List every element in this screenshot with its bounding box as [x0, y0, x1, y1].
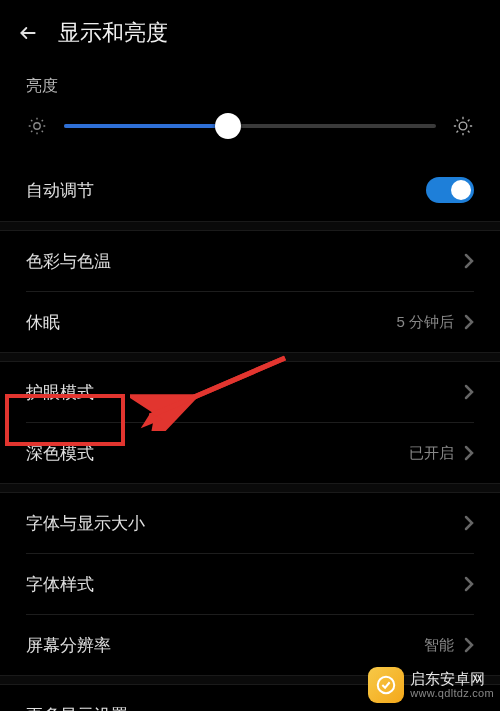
- brightness-section-label: 亮度: [0, 70, 500, 115]
- dark-mode-label: 深色模式: [26, 442, 94, 465]
- color-temp-row[interactable]: 色彩与色温: [0, 231, 500, 291]
- more-display-label: 更多显示设置: [26, 704, 128, 712]
- group-separator: [0, 221, 500, 231]
- group-separator: [0, 483, 500, 493]
- brightness-slider-row: [0, 115, 500, 159]
- eye-comfort-row[interactable]: 护眼模式: [0, 362, 500, 422]
- font-style-label: 字体样式: [26, 573, 94, 596]
- watermark: 启东安卓网 www.qdltdz.com: [368, 667, 494, 703]
- chevron-right-icon: [464, 314, 474, 330]
- chevron-right-icon: [464, 637, 474, 653]
- watermark-url: www.qdltdz.com: [410, 687, 494, 700]
- font-size-label: 字体与显示大小: [26, 512, 145, 535]
- resolution-label: 屏幕分辨率: [26, 634, 111, 657]
- color-temp-label: 色彩与色温: [26, 250, 111, 273]
- brightness-slider-fill: [64, 124, 228, 128]
- chevron-right-icon: [464, 576, 474, 592]
- sleep-label: 休眠: [26, 311, 60, 334]
- sleep-row[interactable]: 休眠 5 分钟后: [0, 292, 500, 352]
- page-title: 显示和亮度: [58, 18, 168, 48]
- watermark-name: 启东安卓网: [410, 670, 494, 687]
- auto-brightness-toggle[interactable]: [426, 177, 474, 203]
- dark-mode-value: 已开启: [409, 444, 454, 463]
- back-arrow-icon[interactable]: [16, 21, 40, 45]
- sun-small-icon: [26, 115, 48, 137]
- toggle-thumb: [451, 180, 471, 200]
- dark-mode-row[interactable]: 深色模式 已开启: [0, 423, 500, 483]
- svg-point-1: [459, 122, 467, 130]
- brightness-slider-thumb[interactable]: [215, 113, 241, 139]
- header: 显示和亮度: [0, 0, 500, 70]
- svg-point-4: [378, 677, 395, 694]
- font-style-row[interactable]: 字体样式: [0, 554, 500, 614]
- auto-brightness-label: 自动调节: [26, 179, 94, 202]
- group-separator: [0, 352, 500, 362]
- chevron-right-icon: [464, 384, 474, 400]
- chevron-right-icon: [464, 515, 474, 531]
- chevron-right-icon: [464, 445, 474, 461]
- svg-point-0: [34, 123, 40, 129]
- eye-comfort-label: 护眼模式: [26, 381, 94, 404]
- resolution-row[interactable]: 屏幕分辨率 智能: [0, 615, 500, 675]
- sleep-value: 5 分钟后: [396, 313, 454, 332]
- brightness-slider[interactable]: [64, 124, 436, 128]
- sun-large-icon: [452, 115, 474, 137]
- chevron-right-icon: [464, 253, 474, 269]
- auto-brightness-row[interactable]: 自动调节: [0, 159, 500, 221]
- font-size-row[interactable]: 字体与显示大小: [0, 493, 500, 553]
- watermark-logo-icon: [368, 667, 404, 703]
- resolution-value: 智能: [424, 636, 454, 655]
